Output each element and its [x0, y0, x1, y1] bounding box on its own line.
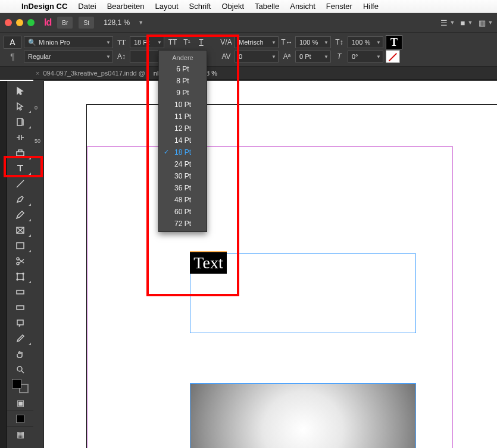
font-size-option[interactable]: 14 Pt: [159, 134, 207, 146]
menu-schrift[interactable]: Schrift: [189, 2, 211, 11]
ruler-v-tick: 50: [35, 138, 40, 144]
view-options-icon[interactable]: ☰▼: [441, 17, 454, 28]
workspace: ▣ ▦ 050 Text: [0, 81, 497, 448]
control-panel: A 🔍 Minion Pro ▼ ᴛT 18 Pt ▼ TT T¹ T V/A …: [0, 32, 497, 67]
document-tabs: × 094-097_3kreative_ps0417.indd @ nbenan…: [0, 67, 497, 80]
ruler-v-tick: 0: [35, 105, 37, 111]
gradient-feather-tool[interactable]: [8, 300, 32, 315]
font-size-dd-header[interactable]: Andere: [159, 52, 207, 63]
close-window-button[interactable]: [5, 19, 12, 26]
menu-layout[interactable]: Layout: [155, 2, 179, 11]
app-top-bar: Id Br St 128,1 % ▼ ☰▼ ■▼ ▥▼: [0, 13, 497, 32]
menu-hilfe[interactable]: Hilfe: [363, 2, 379, 11]
arrange-icon[interactable]: ▥▼: [479, 17, 492, 28]
font-size-option[interactable]: 6 Pt: [159, 63, 207, 75]
hscale-value: 100 %: [299, 39, 318, 46]
font-size-option[interactable]: 72 Pt: [159, 218, 207, 230]
default-fill-stroke[interactable]: [7, 411, 33, 426]
menu-ansicht[interactable]: Ansicht: [290, 2, 315, 11]
type-tool[interactable]: [8, 161, 32, 176]
image-frame[interactable]: [190, 383, 416, 448]
free-transform-tool[interactable]: [8, 269, 32, 284]
no-fill-icon[interactable]: [386, 50, 400, 63]
font-size-option[interactable]: 18 Pt: [159, 146, 207, 158]
tracking-combo[interactable]: 0 ▼: [235, 51, 279, 62]
menu-datei[interactable]: Datei: [78, 2, 96, 11]
stock-button[interactable]: St: [79, 17, 94, 29]
baseline-value: 0 Pt: [299, 53, 311, 60]
line-tool[interactable]: [8, 176, 32, 192]
font-size-dropdown[interactable]: Andere 6 Pt8 Pt9 Pt10 Pt11 Pt12 Pt14 Pt1…: [158, 50, 207, 232]
underline-icon[interactable]: T: [195, 36, 207, 48]
screen-mode-icon[interactable]: ■▼: [460, 17, 473, 28]
svg-point-7: [17, 273, 18, 274]
font-size-option[interactable]: 30 Pt: [159, 170, 207, 182]
rectangle-tool[interactable]: [8, 238, 32, 253]
doc-tab-1[interactable]: × 094-097_3kreative_ps0417.indd @: [36, 70, 145, 77]
font-size-option[interactable]: 8 Pt: [159, 75, 207, 87]
character-fill-icon[interactable]: T: [386, 35, 402, 49]
zoom-level[interactable]: 128,1 %: [104, 18, 130, 27]
zoom-window-button[interactable]: [27, 19, 35, 26]
color-apply-container[interactable]: ▣: [8, 395, 32, 411]
character-format-toggle[interactable]: A: [4, 36, 21, 49]
font-size-option[interactable]: 10 Pt: [159, 99, 207, 111]
view-mode-toggle[interactable]: ▦: [7, 426, 33, 441]
pen-tool[interactable]: [8, 192, 32, 207]
svg-point-9: [17, 279, 18, 280]
selection-tool[interactable]: [8, 83, 32, 99]
font-family-combo[interactable]: 🔍 Minion Pro ▼: [24, 36, 113, 48]
selected-text[interactable]: Text: [190, 251, 227, 274]
zoom-dropdown-icon[interactable]: ▼: [138, 20, 143, 26]
direct-selection-tool[interactable]: [8, 99, 32, 114]
font-size-option[interactable]: 9 Pt: [159, 87, 207, 99]
font-size-option[interactable]: 24 Pt: [159, 158, 207, 170]
font-size-option[interactable]: 36 Pt: [159, 182, 207, 194]
placed-photo: [190, 384, 415, 448]
font-size-combo[interactable]: 18 Pt ▼: [130, 36, 164, 48]
rectangle-frame-tool[interactable]: [8, 223, 32, 238]
kerning-combo[interactable]: Metrisch ▼: [235, 36, 279, 48]
gradient-swatch-tool[interactable]: [8, 284, 32, 300]
vscale-combo[interactable]: 100 % ▼: [348, 36, 383, 48]
allcaps-icon[interactable]: TT: [167, 36, 179, 48]
hscale-combo[interactable]: 100 % ▼: [295, 36, 331, 48]
font-style-value: Regular: [28, 53, 51, 60]
hscale-icon: T↔: [281, 36, 293, 48]
note-tool[interactable]: [8, 315, 32, 331]
baseline-combo[interactable]: 0 Pt ▼: [295, 51, 331, 62]
leading-icon: A↕: [115, 51, 127, 62]
font-size-option[interactable]: 48 Pt: [159, 194, 207, 206]
menu-fenster[interactable]: Fenster: [326, 2, 352, 11]
page-tool[interactable]: [8, 114, 32, 130]
eyedropper-tool[interactable]: [8, 331, 32, 346]
ruler-vertical[interactable]: 050: [33, 81, 44, 448]
hand-tool[interactable]: [8, 346, 32, 362]
skew-combo[interactable]: 0° ▼: [348, 51, 383, 62]
font-style-combo[interactable]: Regular ▼: [24, 51, 113, 62]
gap-tool[interactable]: [8, 130, 32, 145]
canvas[interactable]: 050 Text: [33, 81, 497, 448]
font-size-option[interactable]: 60 Pt: [159, 206, 207, 218]
svg-rect-12: [17, 306, 24, 309]
font-family-value: Minion Pro: [39, 39, 70, 46]
content-collector-tool[interactable]: [8, 145, 32, 161]
minimize-window-button[interactable]: [16, 19, 23, 26]
font-size-option[interactable]: 11 Pt: [159, 111, 207, 123]
svg-point-4: [17, 258, 19, 260]
scissors-tool[interactable]: [8, 253, 32, 269]
svg-rect-0: [17, 118, 22, 126]
font-size-option[interactable]: 12 Pt: [159, 123, 207, 134]
zoom-tool[interactable]: [8, 362, 32, 377]
pencil-tool[interactable]: [8, 207, 32, 223]
superscript-icon[interactable]: T¹: [181, 36, 193, 48]
font-size-icon: ᴛT: [115, 36, 127, 48]
close-tab-icon[interactable]: ×: [36, 70, 39, 77]
paragraph-format-toggle[interactable]: ¶: [4, 52, 21, 61]
menu-bearbeiten[interactable]: Bearbeiten: [107, 2, 145, 11]
fill-stroke-swatch[interactable]: [8, 377, 32, 395]
menu-tabelle[interactable]: Tabelle: [255, 2, 279, 11]
bridge-button[interactable]: Br: [57, 17, 73, 29]
menu-app[interactable]: InDesign CC: [21, 2, 67, 11]
menu-objekt[interactable]: Objekt: [221, 2, 244, 11]
